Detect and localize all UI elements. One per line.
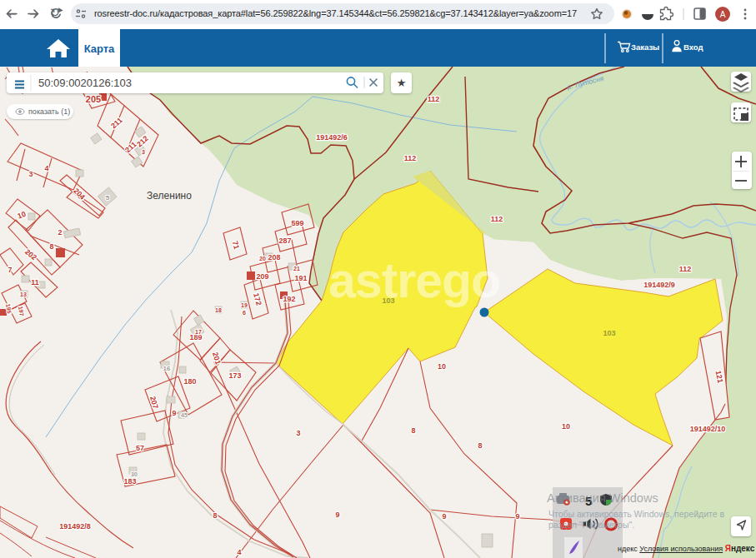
svg-text:209: 209	[256, 272, 268, 281]
svg-text:112: 112	[491, 215, 503, 223]
svg-text:191492/9: 191492/9	[643, 281, 675, 289]
svg-text:180: 180	[183, 377, 196, 386]
svg-text:3: 3	[296, 429, 300, 437]
svg-text:3: 3	[28, 170, 33, 178]
svg-text:173: 173	[228, 371, 241, 380]
svg-text:8: 8	[49, 242, 53, 251]
svg-text:astrego: astrego	[328, 253, 500, 308]
svg-text:30: 30	[131, 471, 138, 477]
svg-text:Заказы: Заказы	[631, 42, 659, 52]
svg-text:8: 8	[411, 426, 415, 435]
svg-text:287: 287	[278, 237, 291, 245]
svg-text:7: 7	[8, 266, 12, 274]
svg-text:9: 9	[335, 511, 339, 519]
svg-text:183: 183	[123, 477, 136, 486]
svg-text:112: 112	[428, 95, 440, 103]
svg-text:A: A	[720, 10, 726, 19]
svg-text:191: 191	[294, 274, 307, 282]
svg-text:10: 10	[562, 422, 570, 431]
svg-text:Зеленино: Зеленино	[147, 190, 192, 202]
svg-text:16: 16	[163, 365, 171, 372]
svg-text:8: 8	[478, 441, 482, 450]
svg-text:191492/6: 191492/6	[316, 133, 348, 142]
svg-text:2: 2	[58, 228, 62, 237]
svg-text:Вход: Вход	[683, 42, 703, 52]
svg-text:191492/8: 191492/8	[59, 522, 91, 531]
svg-text:18: 18	[215, 307, 222, 313]
svg-text:11: 11	[31, 278, 39, 286]
svg-text:57: 57	[136, 444, 144, 452]
svg-text:10: 10	[438, 362, 446, 371]
svg-text:4: 4	[237, 548, 241, 556]
svg-text:112: 112	[679, 265, 692, 273]
svg-text:20: 20	[259, 256, 266, 262]
svg-text:21: 21	[293, 266, 300, 272]
svg-text:3: 3	[142, 149, 145, 155]
svg-text:17: 17	[195, 329, 202, 335]
svg-text:5: 5	[106, 194, 110, 202]
svg-text:192: 192	[283, 295, 295, 303]
svg-text:6: 6	[243, 310, 246, 316]
svg-text:9: 9	[442, 512, 446, 521]
svg-text:208: 208	[268, 253, 280, 262]
svg-text:19: 19	[241, 302, 248, 308]
svg-text:191492/10: 191492/10	[690, 425, 726, 433]
svg-text:599: 599	[291, 219, 303, 227]
svg-text:45: 45	[181, 412, 188, 418]
svg-text:9: 9	[515, 512, 519, 521]
svg-text:13: 13	[20, 291, 27, 297]
svg-text:9: 9	[172, 409, 176, 417]
svg-text:112: 112	[404, 154, 417, 162]
svg-text:8: 8	[213, 511, 217, 520]
svg-text:4: 4	[44, 164, 48, 172]
svg-text:103: 103	[603, 329, 615, 337]
